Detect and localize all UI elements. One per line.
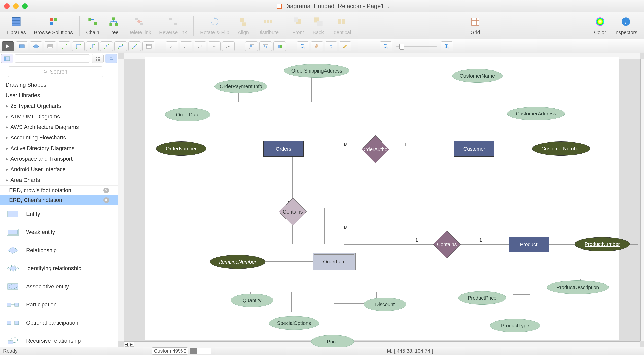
diagram-canvas[interactable]: M 1 1 M 1 1 OrderDate OrderPayment Info … bbox=[145, 57, 619, 340]
rel-orderauthor[interactable]: OrderAuthor bbox=[362, 135, 389, 163]
minimize-window-button[interactable] bbox=[13, 3, 19, 9]
group2-tool[interactable] bbox=[259, 41, 272, 51]
shape-palette-item[interactable]: Weak entity bbox=[0, 223, 118, 241]
grid-button[interactable]: Grid bbox=[465, 14, 485, 37]
rel-contains1[interactable]: Contains bbox=[279, 198, 307, 226]
page-tab[interactable] bbox=[197, 348, 204, 354]
attr-specialoptions[interactable]: SpecialOptions bbox=[269, 316, 319, 330]
svg-rect-6 bbox=[89, 18, 92, 21]
search-libraries-button[interactable] bbox=[105, 54, 117, 63]
svg-rect-76 bbox=[96, 59, 97, 61]
tree-button[interactable]: Tree bbox=[103, 14, 124, 37]
libraries-button[interactable]: Libraries bbox=[3, 14, 30, 37]
conn3-tool[interactable] bbox=[86, 41, 99, 51]
shape-palette-item[interactable]: Optional participation bbox=[0, 314, 118, 332]
palette-header[interactable]: ERD, crow's foot notation× bbox=[0, 185, 118, 195]
attr-productdesc[interactable]: ProductDescription bbox=[547, 280, 609, 294]
shape-palette-item[interactable]: Participation bbox=[0, 296, 118, 314]
close-window-button[interactable] bbox=[4, 3, 10, 9]
zoom-in-tool[interactable] bbox=[297, 41, 309, 51]
attr-productnumber[interactable]: ProductNumber bbox=[575, 237, 630, 251]
zoom-slider[interactable] bbox=[396, 46, 437, 47]
library-item[interactable]: ▶Area Charts bbox=[0, 175, 118, 185]
horizontal-scrollbar[interactable]: ◀ ▶ bbox=[124, 341, 640, 347]
search-input[interactable]: Search bbox=[8, 66, 103, 77]
conn6-tool[interactable] bbox=[128, 41, 141, 51]
pencil-tool[interactable] bbox=[339, 41, 351, 51]
entity-product[interactable]: Product bbox=[509, 237, 549, 252]
conn1-tool[interactable] bbox=[58, 41, 70, 51]
next-page-button[interactable]: ▶ bbox=[130, 342, 134, 347]
line3-tool[interactable] bbox=[194, 41, 206, 51]
shape-palette-item[interactable]: Relationship bbox=[0, 241, 118, 259]
crop-tool[interactable] bbox=[325, 41, 337, 51]
rel-contains2[interactable]: Contains bbox=[433, 231, 461, 258]
library-item[interactable]: ▶Accounting Flowcharts bbox=[0, 132, 118, 143]
pointer-tool[interactable] bbox=[2, 41, 14, 51]
table-tool[interactable] bbox=[142, 41, 155, 51]
group3-tool[interactable] bbox=[273, 41, 286, 51]
zoom-window-button[interactable] bbox=[22, 3, 28, 9]
attr-orderdate[interactable]: OrderDate bbox=[165, 108, 210, 121]
shape-palette-item[interactable]: Associative entity bbox=[0, 277, 118, 296]
entity-customer[interactable]: Customer bbox=[454, 141, 494, 157]
attr-orderpayment[interactable]: OrderPayment Info bbox=[214, 80, 267, 93]
close-palette-icon[interactable]: × bbox=[103, 197, 109, 203]
line2-tool[interactable] bbox=[180, 41, 192, 51]
chain-button[interactable]: Chain bbox=[82, 14, 103, 37]
library-item[interactable]: ▶ATM UML Diagrams bbox=[0, 111, 118, 122]
attr-itemlinenumber[interactable]: ItemLineNumber bbox=[210, 255, 265, 269]
entity-orderitem[interactable]: OrderItem bbox=[314, 254, 354, 269]
rect-tool[interactable] bbox=[16, 41, 28, 51]
inspectors-button[interactable]: iInspectors bbox=[610, 14, 641, 37]
shape-palette-item[interactable]: Identifying relationship bbox=[0, 259, 118, 277]
line5-tool[interactable] bbox=[222, 41, 235, 51]
attr-customername[interactable]: CustomerName bbox=[452, 69, 503, 83]
zoom-in-button[interactable] bbox=[441, 41, 453, 51]
conn4-tool[interactable] bbox=[100, 41, 113, 51]
attr-price[interactable]: Price bbox=[311, 335, 354, 347]
zoom-out-button[interactable] bbox=[380, 41, 392, 51]
attr-customernumber[interactable]: CustomerNumber bbox=[532, 141, 590, 156]
zoom-dropdown[interactable]: Custom 49% bbox=[152, 347, 188, 355]
vertical-scrollbar[interactable] bbox=[640, 59, 644, 341]
grid-view-button[interactable] bbox=[92, 54, 104, 63]
library-item[interactable]: ▶Aerospace and Transport bbox=[0, 154, 118, 164]
library-item[interactable]: User Libraries bbox=[0, 90, 118, 101]
library-item[interactable]: ▶Active Directory Diagrams bbox=[0, 143, 118, 154]
group1-tool[interactable] bbox=[245, 41, 258, 51]
library-item[interactable]: ▶25 Typical Orgcharts bbox=[0, 101, 118, 111]
svg-rect-34 bbox=[19, 45, 24, 48]
library-item[interactable]: Drawing Shapes bbox=[0, 80, 118, 90]
attr-quantity[interactable]: Quantity bbox=[231, 294, 273, 307]
conn2-tool[interactable] bbox=[72, 41, 85, 51]
line1-tool[interactable] bbox=[166, 41, 178, 51]
library-item[interactable]: ▶AWS Architecture Diagrams bbox=[0, 122, 118, 132]
close-palette-icon[interactable]: × bbox=[103, 188, 109, 193]
color-button[interactable]: Color bbox=[590, 14, 610, 37]
prev-page-button[interactable]: ◀ bbox=[125, 342, 129, 347]
library-item[interactable]: ▶Android User Interface bbox=[0, 164, 118, 175]
hand-tool[interactable] bbox=[311, 41, 323, 51]
page-tab[interactable] bbox=[204, 348, 211, 354]
line4-tool[interactable] bbox=[208, 41, 221, 51]
entity-orders[interactable]: Orders bbox=[263, 141, 304, 157]
sidebar-title-input[interactable] bbox=[15, 54, 90, 63]
sidebar-collapse-button[interactable] bbox=[1, 54, 13, 63]
attr-producttype[interactable]: ProductType bbox=[490, 319, 540, 332]
attr-productprice[interactable]: ProductPrice bbox=[458, 291, 506, 305]
attr-ordershipping[interactable]: OrderShippingAddress bbox=[284, 64, 349, 78]
page-tabs[interactable] bbox=[190, 348, 211, 354]
palette-header[interactable]: ERD, Chen's notation× bbox=[0, 195, 118, 205]
browse-solutions-button[interactable]: Browse Solutions bbox=[30, 14, 77, 37]
attr-discount[interactable]: Discount bbox=[364, 298, 406, 311]
shape-palette-item[interactable]: Recursive relationship bbox=[0, 332, 118, 347]
ellipse-tool[interactable] bbox=[30, 41, 42, 51]
shape-palette-item[interactable]: Entity bbox=[0, 205, 118, 223]
attr-customeraddress[interactable]: CustomerAddress bbox=[507, 107, 565, 120]
title-dropdown-icon[interactable]: ⌄ bbox=[387, 3, 391, 9]
page-tab[interactable] bbox=[190, 348, 197, 354]
text-tool[interactable] bbox=[44, 41, 56, 51]
attr-ordernumber[interactable]: OrderNumber bbox=[156, 141, 206, 156]
conn5-tool[interactable] bbox=[114, 41, 127, 51]
